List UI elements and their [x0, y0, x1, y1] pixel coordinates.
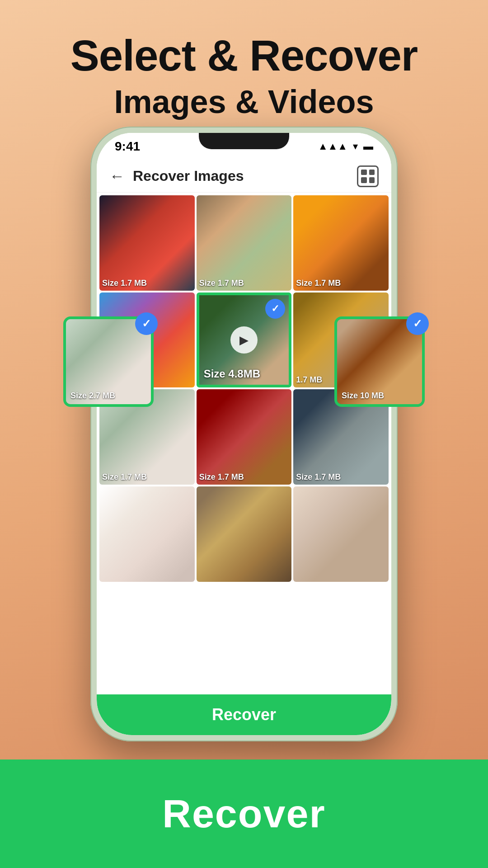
app-bar-title: Recover Images — [133, 168, 357, 184]
grid-item-1[interactable]: Size 1.7 MB — [99, 195, 195, 291]
grid-size-5: Size 4.8MB — [204, 368, 260, 380]
grid-size-3: Size 1.7 MB — [296, 278, 341, 288]
grid-item-8[interactable]: Size 1.7 MB — [197, 389, 292, 485]
grid-item-5[interactable]: ✓ ▶ Size 4.8MB — [197, 292, 292, 388]
grid-size-2: Size 1.7 MB — [199, 278, 244, 288]
grid-image-11 — [197, 486, 292, 582]
grid-image-3 — [293, 195, 389, 291]
play-icon[interactable]: ▶ — [230, 326, 258, 354]
phone-recover-bar[interactable]: Recover — [97, 694, 391, 735]
phone-recover-label: Recover — [212, 705, 276, 724]
grid-item-12[interactable] — [293, 486, 389, 582]
battery-icon: ▬ — [363, 141, 373, 152]
grid-item-10[interactable] — [99, 486, 195, 582]
hero-title-line1: Select & Recover — [0, 32, 488, 80]
hero-title-line2: Images & Videos — [0, 84, 488, 120]
grid-image-8 — [197, 389, 292, 485]
float-right-size: Size 10 MB — [342, 391, 384, 401]
wifi-icon: ▾ — [353, 141, 358, 152]
grid-item-2[interactable]: Size 1.7 MB — [197, 195, 292, 291]
grid-check-5: ✓ — [265, 299, 285, 319]
signal-icon: ▲▲▲ — [318, 141, 347, 152]
phone-inner: 9:41 ▲▲▲ ▾ ▬ ← Recover Images — [97, 133, 391, 735]
status-icons: ▲▲▲ ▾ ▬ — [318, 141, 373, 152]
phone-mockup: ✓ Size 2.7 MB ✓ Size 10 MB 9:41 ▲▲▲ ▾ ▬ … — [90, 127, 398, 750]
float-right-selected: ✓ Size 10 MB — [334, 316, 425, 407]
app-bar: ← Recover Images — [97, 160, 391, 193]
float-right-check: ✓ — [406, 312, 429, 335]
back-button[interactable]: ← — [109, 167, 125, 185]
hero-section: Select & Recover Images & Videos — [0, 0, 488, 120]
big-recover-bar[interactable]: Recover — [0, 760, 488, 868]
float-left-check: ✓ — [135, 312, 158, 335]
phone-outer: 9:41 ▲▲▲ ▾ ▬ ← Recover Images — [90, 127, 398, 741]
big-recover-label: Recover — [162, 791, 325, 837]
grid-size-9: Size 1.7 MB — [296, 472, 341, 482]
float-left-selected: ✓ Size 2.7 MB — [63, 316, 154, 407]
grid-size-7: Size 1.7 MB — [102, 472, 147, 482]
phone-notch — [199, 133, 289, 149]
status-time: 9:41 — [115, 139, 140, 154]
grid-image-10 — [99, 486, 195, 582]
grid-size-6: 1.7 MB — [296, 375, 322, 385]
image-grid-container: Size 1.7 MB Size 1.7 MB Size 1.7 MB 1.7 … — [97, 193, 391, 694]
grid-size-1: Size 1.7 MB — [102, 278, 147, 288]
grid-view-icon[interactable] — [357, 165, 379, 187]
float-left-size: Size 2.7 MB — [70, 391, 115, 401]
grid-size-8: Size 1.7 MB — [199, 472, 244, 482]
grid-item-3[interactable]: Size 1.7 MB — [293, 195, 389, 291]
grid-image-12 — [293, 486, 389, 582]
grid-image-2 — [197, 195, 292, 291]
grid-item-11[interactable] — [197, 486, 292, 582]
grid-image-1 — [99, 195, 195, 291]
